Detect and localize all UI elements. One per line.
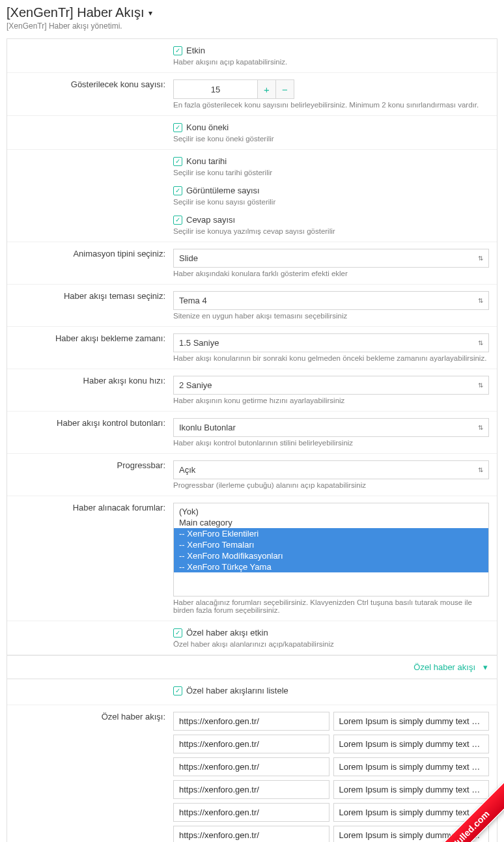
multiselect-forumlar[interactable]: (Yok)Main category-- XenForo Eklentileri… bbox=[173, 503, 489, 596]
input-text[interactable] bbox=[333, 757, 490, 776]
hint: Sitenize en uygun haber akışı temasını s… bbox=[173, 312, 489, 320]
select-kontrol[interactable]: Ikonlu Butonlar⇅ bbox=[173, 418, 489, 437]
hint: Seçilir ise konu tarihi gösterilir bbox=[173, 169, 489, 176]
input-url[interactable] bbox=[173, 803, 329, 822]
multiselect-option[interactable]: Main category bbox=[174, 517, 488, 528]
input-konu-sayisi[interactable] bbox=[173, 79, 258, 99]
hint: Progressbar (ilerleme çubuğu) alanını aç… bbox=[173, 481, 489, 489]
hint: Özel haber akışı alanlarınızı açıp/kapat… bbox=[173, 640, 489, 648]
increment-button[interactable]: + bbox=[258, 79, 276, 99]
page-title[interactable]: [XenGenTr] Haber Akışı ▾ bbox=[7, 5, 497, 20]
hint: Haber akışı kontrol butonlarının stilini… bbox=[173, 439, 489, 447]
input-text[interactable] bbox=[333, 803, 490, 822]
check-icon: ✓ bbox=[173, 186, 182, 195]
page-subtitle: [XenGenTr] Haber akışı yönetimi. bbox=[7, 21, 497, 31]
updown-icon: ⇅ bbox=[478, 339, 483, 346]
checkbox-listele[interactable]: ✓ Özel haber akışlarını listele bbox=[173, 686, 489, 695]
select-animasyon[interactable]: Slide⇅ bbox=[173, 249, 489, 268]
select-bekleme[interactable]: 1.5 Saniye⇅ bbox=[173, 333, 489, 352]
input-url[interactable] bbox=[173, 735, 329, 753]
label-forumlar: Haber alınacak forumlar: bbox=[7, 496, 173, 621]
caret-down-icon: ▾ bbox=[483, 662, 488, 672]
input-url[interactable] bbox=[173, 712, 329, 731]
decrement-button[interactable]: − bbox=[276, 79, 294, 99]
check-icon: ✓ bbox=[173, 157, 182, 166]
checkbox-konu-tarihi[interactable]: ✓ Konu tarihi bbox=[173, 156, 489, 166]
hint: Haber alacağınız forumları seçebilirsini… bbox=[173, 598, 489, 614]
input-text[interactable] bbox=[333, 780, 490, 799]
checkbox-goruntuleme[interactable]: ✓ Görüntüleme sayısı bbox=[173, 186, 489, 195]
check-icon: ✓ bbox=[173, 46, 182, 55]
updown-icon: ⇅ bbox=[478, 297, 483, 304]
hint: Seçilir ise konu sayısı gösterilir bbox=[173, 198, 489, 206]
check-icon: ✓ bbox=[173, 686, 182, 695]
label-bekleme: Haber akışı bekleme zamanı: bbox=[7, 327, 173, 369]
input-url[interactable] bbox=[173, 780, 329, 799]
label-animasyon: Animasyon tipini seçiniz: bbox=[7, 242, 173, 284]
select-progressbar[interactable]: Açık⇅ bbox=[173, 460, 489, 479]
hint: Seçilir ise konuya yazılmış cevap sayısı… bbox=[173, 227, 489, 235]
caret-down-icon: ▾ bbox=[148, 8, 152, 18]
checkbox-etkin[interactable]: ✓ Etkin bbox=[173, 46, 489, 55]
select-tema[interactable]: Tema 4⇅ bbox=[173, 291, 489, 310]
input-url[interactable] bbox=[173, 826, 329, 842]
label-ozel: Özel haber akışı: bbox=[7, 705, 173, 842]
check-icon: ✓ bbox=[173, 628, 182, 638]
checkbox-cevap[interactable]: ✓ Cevap sayısı bbox=[173, 215, 489, 225]
hint: Haber akışı konularının bir sonraki konu… bbox=[173, 354, 489, 362]
updown-icon: ⇅ bbox=[478, 466, 483, 473]
label-hiz: Haber akışı konu hızı: bbox=[7, 369, 173, 411]
hint: En fazla gösterilecek konu sayısını beli… bbox=[173, 101, 489, 109]
select-hiz[interactable]: 2 Saniye⇅ bbox=[173, 376, 489, 395]
label-kontrol: Haber akışı kontrol butonları: bbox=[7, 412, 173, 453]
multiselect-option[interactable]: -- XenForo Modifikasyonları bbox=[174, 550, 488, 561]
label-progressbar: Progressbar: bbox=[7, 454, 173, 496]
hint: Haber akışının konu getirme hızını ayarl… bbox=[173, 397, 489, 404]
input-text[interactable] bbox=[333, 735, 490, 753]
label-tema: Haber akışı teması seçiniz: bbox=[7, 285, 173, 326]
label-konu-sayisi: Gösterilecek konu sayısı: bbox=[7, 73, 173, 115]
checkbox-ozel-etkin[interactable]: ✓ Özel haber akışı etkin bbox=[173, 628, 489, 638]
multiselect-option[interactable]: (Yok) bbox=[174, 506, 488, 517]
hint: Haber akışındaki konulara farklı gösteri… bbox=[173, 270, 489, 277]
multiselect-option[interactable]: -- XenForo Temaları bbox=[174, 539, 488, 550]
input-text[interactable] bbox=[333, 712, 490, 731]
check-icon: ✓ bbox=[173, 216, 182, 225]
multiselect-option[interactable]: -- XenForo Eklentileri bbox=[174, 528, 488, 539]
checkbox-konu-oneki[interactable]: ✓ Konu öneki bbox=[173, 122, 489, 132]
multiselect-option[interactable]: -- XenForo Türkçe Yama bbox=[174, 561, 488, 572]
updown-icon: ⇅ bbox=[478, 255, 483, 262]
hint: Haber akışını açıp kapatabilirsiniz. bbox=[173, 58, 489, 66]
hint: Seçilir ise konu öneki gösterilir bbox=[173, 135, 489, 143]
updown-icon: ⇅ bbox=[478, 382, 483, 389]
updown-icon: ⇅ bbox=[478, 424, 483, 431]
section-header-ozel[interactable]: Özel haber akışı ▾ bbox=[7, 655, 497, 679]
input-url[interactable] bbox=[173, 757, 329, 776]
check-icon: ✓ bbox=[173, 123, 182, 132]
